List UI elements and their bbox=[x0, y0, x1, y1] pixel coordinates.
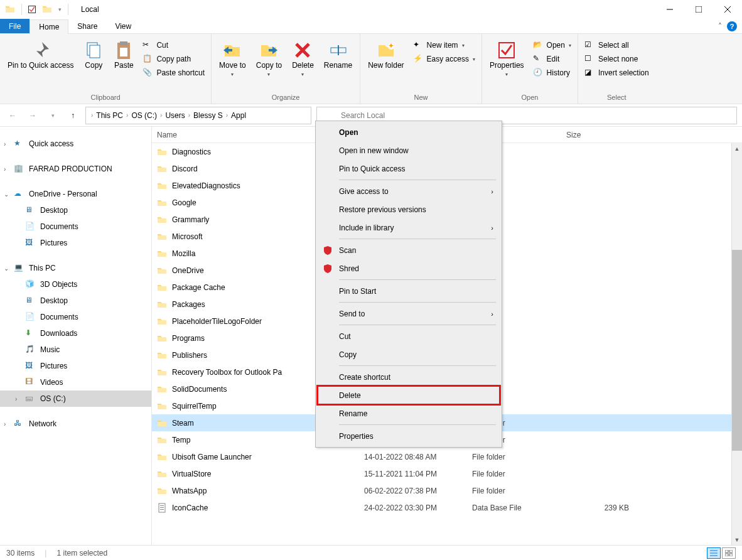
breadcrumb-item[interactable]: Users bbox=[163, 111, 186, 120]
tab-view[interactable]: View bbox=[106, 19, 140, 33]
column-header-size[interactable]: Size bbox=[561, 131, 637, 139]
ribbon-group-new: ✦ New folder ✦New item ▾ ⚡Easy access ▾ … bbox=[360, 34, 482, 104]
table-row[interactable]: IconCache24-02-2022 03:30 PMData Base Fi… bbox=[152, 499, 742, 516]
qat-checkbox[interactable] bbox=[28, 6, 36, 13]
invert-selection-button[interactable]: ◪Invert selection bbox=[582, 67, 652, 79]
breadcrumb[interactable]: › This PC› OS (C:)› Users› Blessy S› App… bbox=[85, 107, 311, 124]
ctx-send-to[interactable]: Send to› bbox=[318, 304, 500, 323]
ctx-give-access-to[interactable]: Give access to› bbox=[318, 182, 500, 200]
ctx-include-in-library[interactable]: Include in library› bbox=[318, 218, 500, 237]
scrollbar-thumb[interactable] bbox=[732, 250, 742, 451]
ctx-rename[interactable]: Rename bbox=[318, 404, 500, 423]
sidebar-quick-access[interactable]: ›★Quick access bbox=[0, 136, 151, 152]
ctx-pin-to-start[interactable]: Pin to Start bbox=[318, 282, 500, 300]
move-to-button[interactable]: Move to▾ bbox=[215, 39, 250, 78]
open-button[interactable]: 📂Open ▾ bbox=[530, 39, 574, 51]
delete-button[interactable]: Delete▾ bbox=[288, 39, 318, 78]
table-row[interactable]: VirtualStore15-11-2021 11:04 PMFile fold… bbox=[152, 465, 742, 482]
folder-icon bbox=[157, 367, 167, 377]
sidebar-item-downloads[interactable]: ⬇Downloads bbox=[0, 325, 151, 342]
chevron-right-icon[interactable]: › bbox=[188, 112, 190, 119]
table-row[interactable]: Ubisoft Game Launcher14-01-2022 08:48 AM… bbox=[152, 448, 742, 465]
ctx-pin-quick-access[interactable]: Pin to Quick access bbox=[318, 159, 500, 178]
file-name: VirtualStore bbox=[172, 470, 211, 478]
pin-quick-access-button[interactable]: Pin to Quick access bbox=[4, 39, 77, 72]
sidebar-item-desktop[interactable]: 🖥Desktop bbox=[0, 202, 151, 218]
ctx-scan[interactable]: Scan bbox=[318, 241, 500, 259]
rename-button[interactable]: Rename bbox=[320, 39, 356, 72]
breadcrumb-item[interactable]: Appl bbox=[229, 111, 248, 120]
breadcrumb-item[interactable]: Blessy S bbox=[191, 111, 225, 120]
back-button[interactable]: ← bbox=[5, 108, 20, 123]
chevron-right-icon[interactable]: › bbox=[91, 112, 93, 119]
navigation-pane[interactable]: ›★Quick access ›🏢FARRAD PRODUCTION ⌄☁One… bbox=[0, 127, 152, 545]
up-button[interactable]: ↑ bbox=[65, 108, 80, 123]
maximize-button[interactable] bbox=[684, 0, 713, 19]
copy-button[interactable]: Copy bbox=[80, 39, 107, 72]
cut-button[interactable]: ✂Cut bbox=[140, 39, 207, 51]
properties-button[interactable]: Properties▾ bbox=[486, 39, 528, 78]
copy-path-button[interactable]: 📋Copy path bbox=[140, 53, 207, 65]
label: Copy to bbox=[256, 62, 282, 70]
copy-to-icon bbox=[259, 40, 279, 60]
chevron-right-icon[interactable]: › bbox=[226, 112, 228, 119]
details-view-button[interactable] bbox=[707, 547, 721, 559]
breadcrumb-item[interactable]: This PC bbox=[94, 111, 125, 120]
sidebar-item-music[interactable]: 🎵Music bbox=[0, 342, 151, 358]
thumbnails-view-button[interactable] bbox=[722, 547, 736, 559]
ctx-open[interactable]: Open bbox=[318, 123, 500, 141]
select-all-button[interactable]: ☑Select all bbox=[582, 39, 652, 51]
ctx-restore-previous[interactable]: Restore previous versions bbox=[318, 200, 500, 218]
document-icon: 📄 bbox=[25, 222, 35, 232]
sidebar-item-pictures[interactable]: 🖼Pictures bbox=[0, 235, 151, 251]
minimize-button[interactable] bbox=[655, 0, 684, 19]
chevron-right-icon[interactable]: › bbox=[126, 112, 128, 119]
new-item-icon: ✦ bbox=[413, 40, 423, 50]
sidebar-item-farrad[interactable]: ›🏢FARRAD PRODUCTION bbox=[0, 161, 151, 177]
file-name: SolidDocuments bbox=[172, 385, 227, 394]
table-row[interactable]: WhatsApp06-02-2022 07:38 PMFile folder bbox=[152, 482, 742, 499]
ctx-shred[interactable]: Shred bbox=[318, 259, 500, 277]
file-name: Package Cache bbox=[172, 283, 225, 292]
sidebar-this-pc[interactable]: ⌄💻This PC bbox=[0, 260, 151, 276]
close-button[interactable] bbox=[713, 0, 742, 19]
sidebar-item-os-drive[interactable]: ›🖴OS (C:) bbox=[0, 390, 151, 407]
chevron-right-icon[interactable]: › bbox=[160, 112, 162, 119]
easy-access-button[interactable]: ⚡Easy access ▾ bbox=[411, 53, 478, 65]
tab-home[interactable]: Home bbox=[30, 19, 68, 34]
edit-button[interactable]: ✎Edit bbox=[530, 53, 574, 65]
ctx-cut[interactable]: Cut bbox=[318, 327, 500, 345]
sidebar-item-3d-objects[interactable]: 🧊3D Objects bbox=[0, 276, 151, 293]
sidebar-onedrive[interactable]: ⌄☁OneDrive - Personal bbox=[0, 186, 151, 202]
sidebar-item-pictures[interactable]: 🖼Pictures bbox=[0, 358, 151, 374]
sidebar-item-desktop[interactable]: 🖥Desktop bbox=[0, 293, 151, 309]
scroll-up-icon[interactable]: ▲ bbox=[732, 143, 742, 154]
tab-share[interactable]: Share bbox=[68, 19, 106, 33]
breadcrumb-item[interactable]: OS (C:) bbox=[129, 111, 159, 120]
paste-button[interactable]: Paste bbox=[110, 39, 137, 72]
ctx-open-new-window[interactable]: Open in new window bbox=[318, 141, 500, 159]
sidebar-network[interactable]: ›🖧Network bbox=[0, 416, 151, 432]
new-item-button[interactable]: ✦New item ▾ bbox=[411, 39, 478, 51]
sidebar-item-documents[interactable]: 📄Documents bbox=[0, 309, 151, 325]
ctx-copy[interactable]: Copy bbox=[318, 345, 500, 363]
forward-button[interactable]: → bbox=[25, 108, 40, 123]
tab-file[interactable]: File bbox=[0, 19, 30, 33]
ctx-create-shortcut[interactable]: Create shortcut bbox=[318, 368, 500, 386]
copy-to-button[interactable]: Copy to▾ bbox=[252, 39, 286, 78]
history-button[interactable]: 🕘History bbox=[530, 67, 574, 79]
qat-dropdown[interactable]: ▾ bbox=[58, 6, 62, 13]
scroll-down-icon[interactable]: ▼ bbox=[732, 534, 742, 545]
new-folder-button[interactable]: ✦ New folder bbox=[364, 39, 407, 72]
help-icon[interactable]: ? bbox=[727, 21, 737, 31]
file-type: File folder bbox=[467, 470, 561, 478]
sidebar-item-videos[interactable]: 🎞Videos bbox=[0, 374, 151, 390]
ctx-properties[interactable]: Properties bbox=[318, 427, 500, 445]
paste-shortcut-button[interactable]: 📎Paste shortcut bbox=[140, 67, 207, 79]
ctx-delete[interactable]: Delete bbox=[318, 386, 500, 404]
recent-locations-button[interactable]: ▾ bbox=[45, 108, 60, 123]
vertical-scrollbar[interactable]: ▲ ▼ bbox=[731, 143, 742, 545]
select-none-button[interactable]: ☐Select none bbox=[582, 53, 652, 65]
sidebar-item-documents[interactable]: 📄Documents bbox=[0, 218, 151, 235]
collapse-ribbon-icon[interactable]: ˄ bbox=[718, 22, 722, 31]
